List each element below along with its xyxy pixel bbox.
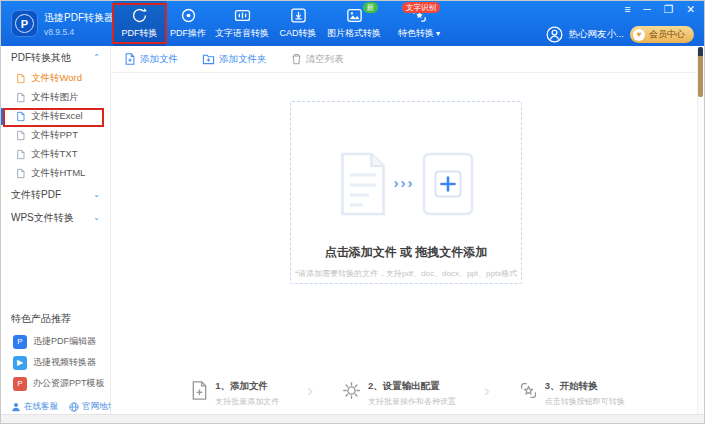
section-title: WPS文件转换 bbox=[11, 211, 74, 225]
scrollbar-track[interactable] bbox=[697, 46, 704, 414]
sidebar-item-file-to-word[interactable]: 文件转Word bbox=[1, 69, 110, 88]
username[interactable]: 热心网友小... bbox=[569, 28, 624, 41]
step-output-settings: 2、设置输出配置 支持批量操作和各种设置 bbox=[341, 380, 456, 407]
tab-special-convert[interactable]: 文字识别 特色转换▾ bbox=[386, 1, 452, 46]
add-file-box-icon bbox=[422, 152, 474, 216]
tab-label: CAD转换 bbox=[279, 27, 316, 40]
doc-icon bbox=[16, 168, 26, 179]
pdf-editor-icon: P bbox=[13, 335, 27, 349]
vip-label: 会员中心 bbox=[649, 28, 685, 41]
sidebar-section-pdf-convert-other[interactable]: PDF转换其他 ⌃ bbox=[1, 46, 110, 69]
new-badge: 新 bbox=[363, 2, 379, 13]
step-add-file: 1、添加文件 支持批量添加文件 bbox=[190, 380, 279, 407]
logo-icon: P bbox=[11, 10, 38, 37]
step-title: 2、设置输出配置 bbox=[368, 380, 456, 393]
online-support-link[interactable]: 在线客服 bbox=[11, 401, 58, 413]
avatar-icon[interactable] bbox=[546, 26, 563, 43]
button-label: 添加文件 bbox=[140, 53, 178, 66]
file-toolbar: 添加文件 添加文件夹 清空列表 bbox=[111, 46, 704, 73]
sidebar-item-label: 文件转图片 bbox=[31, 91, 79, 104]
sidebar-section-wps-convert[interactable]: WPS文件转换 ⌄ bbox=[1, 206, 110, 229]
convert-circle-icon bbox=[131, 7, 148, 24]
minimize-button[interactable]: ─ bbox=[643, 4, 650, 15]
doc-icon bbox=[16, 73, 26, 84]
sidebar-item-file-to-ppt[interactable]: 文件转PPT bbox=[1, 126, 110, 145]
tab-cad-convert[interactable]: CAD转换 bbox=[274, 1, 322, 46]
window-controls: ≡ ─ ❐ ✕ bbox=[624, 4, 695, 15]
section-title: PDF转换其他 bbox=[11, 51, 71, 65]
promo-ppt-templates[interactable]: P 办公资源PPT模板 bbox=[1, 373, 109, 394]
doc-icon bbox=[16, 92, 26, 103]
tab-text-speech-convert[interactable]: 文字语音转换 bbox=[210, 1, 274, 46]
promo-label: 办公资源PPT模板 bbox=[33, 377, 105, 390]
file-dropzone[interactable]: ››› 点击添加文件 或 拖拽文件添加 *请添加需要转换的文件，支持pdf、do… bbox=[290, 101, 522, 284]
app-window: P 迅捷PDF转换器 v8.9.5.4 PDF转换 PDF操作 文字语音转换 C… bbox=[0, 0, 705, 424]
clear-list-button[interactable]: 清空列表 bbox=[291, 53, 344, 66]
link-label: 在线客服 bbox=[24, 401, 58, 413]
step-title: 1、添加文件 bbox=[215, 380, 279, 393]
chevron-right-icon: › bbox=[484, 382, 490, 405]
user-area: 热心网友小... ♥ 会员中心 bbox=[546, 26, 694, 43]
promo-video-converter[interactable]: ▶ 迅捷视频转换器 bbox=[1, 352, 109, 373]
promo-pdf-editor[interactable]: P 迅捷PDF编辑器 bbox=[1, 331, 109, 352]
doc-icon bbox=[16, 130, 26, 141]
file-plus-icon bbox=[190, 380, 209, 401]
ppt-template-icon: P bbox=[13, 377, 27, 391]
chevron-down-icon: ⌄ bbox=[93, 190, 100, 199]
video-converter-icon: ▶ bbox=[13, 356, 27, 370]
step-title: 3、开始转换 bbox=[545, 380, 625, 393]
step-desc: 支持批量操作和各种设置 bbox=[368, 396, 456, 407]
step-desc: 支持批量添加文件 bbox=[215, 396, 279, 407]
folder-plus-icon bbox=[202, 53, 215, 65]
doc-icon bbox=[16, 111, 26, 122]
tab-label: PDF操作 bbox=[170, 27, 206, 40]
header-bar: P 迅捷PDF转换器 v8.9.5.4 PDF转换 PDF操作 文字语音转换 C… bbox=[1, 1, 704, 46]
chevron-right-icon: › bbox=[307, 382, 313, 405]
step-start-convert: 3、开始转换 点击转换按钮即可转换 bbox=[518, 380, 625, 407]
sidebar-section-file-to-pdf[interactable]: 文件转PDF ⌄ bbox=[1, 183, 110, 206]
app-title: 迅捷PDF转换器 bbox=[44, 11, 114, 25]
sidebar: PDF转换其他 ⌃ 文件转Word 文件转图片 文件转Excel 文件转PPT … bbox=[1, 46, 111, 423]
chevron-up-icon: ⌃ bbox=[93, 53, 100, 62]
image-icon bbox=[346, 7, 363, 24]
logo-letter: P bbox=[15, 14, 34, 33]
person-icon bbox=[11, 402, 21, 412]
chevron-down-icon: ⌄ bbox=[93, 213, 100, 222]
chevron-down-icon: ▾ bbox=[436, 29, 440, 38]
add-folder-button[interactable]: 添加文件夹 bbox=[202, 53, 267, 66]
close-button[interactable]: ✕ bbox=[686, 4, 695, 15]
sidebar-item-file-to-excel[interactable]: 文件转Excel bbox=[1, 107, 110, 126]
official-site-link[interactable]: 官网地址 bbox=[69, 401, 116, 413]
file-plus-icon bbox=[124, 53, 136, 65]
target-icon bbox=[180, 7, 197, 24]
sidebar-item-file-to-image[interactable]: 文件转图片 bbox=[1, 88, 110, 107]
tab-label: 文字语音转换 bbox=[215, 27, 269, 40]
tab-label: 特色转换▾ bbox=[398, 27, 440, 40]
promo-panel: 特色产品推荐 P 迅捷PDF编辑器 ▶ 迅捷视频转换器 P 办公资源PPT模板 … bbox=[1, 306, 109, 413]
main-nav: PDF转换 PDF操作 文字语音转换 CAD转换 新 特色转换图片格式转换 文字… bbox=[113, 1, 452, 46]
document-icon bbox=[339, 152, 387, 216]
tab-label: 特色转换图片格式转换 bbox=[327, 27, 381, 40]
button-label: 添加文件夹 bbox=[219, 53, 267, 66]
add-file-button[interactable]: 添加文件 bbox=[124, 53, 178, 66]
star-convert-icon bbox=[518, 380, 539, 401]
tab-image-format-convert[interactable]: 新 特色转换图片格式转换 bbox=[322, 1, 386, 46]
heart-icon: ♥ bbox=[633, 29, 645, 41]
doc-icon bbox=[16, 149, 26, 160]
vip-center-button[interactable]: ♥ 会员中心 bbox=[630, 26, 694, 43]
sidebar-item-label: 文件转HTML bbox=[31, 167, 85, 180]
tab-pdf-operate[interactable]: PDF操作 bbox=[166, 1, 210, 46]
scrollbar-thumb[interactable] bbox=[698, 47, 703, 97]
globe-icon bbox=[69, 402, 79, 412]
tab-pdf-convert[interactable]: PDF转换 bbox=[113, 1, 166, 46]
sidebar-item-file-to-html[interactable]: 文件转HTML bbox=[1, 164, 110, 183]
menu-icon[interactable]: ≡ bbox=[624, 4, 630, 15]
sidebar-item-label: 文件转Excel bbox=[31, 110, 83, 123]
sidebar-item-label: 文件转TXT bbox=[31, 148, 77, 161]
button-label: 清空列表 bbox=[306, 53, 344, 66]
tab-label: PDF转换 bbox=[122, 27, 158, 40]
sidebar-item-label: 文件转PPT bbox=[31, 129, 78, 142]
maximize-button[interactable]: ❐ bbox=[664, 4, 673, 15]
section-title: 文件转PDF bbox=[11, 188, 61, 202]
sidebar-item-file-to-txt[interactable]: 文件转TXT bbox=[1, 145, 110, 164]
